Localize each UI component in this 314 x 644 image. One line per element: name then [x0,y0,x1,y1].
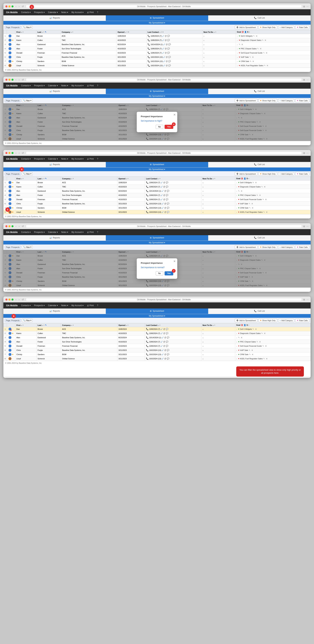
forward-button[interactable]: › [18,78,20,82]
delete-icon[interactable]: ✕ [251,202,253,205]
avatar[interactable]: 👤 [9,344,12,348]
show-high-only-btn-4[interactable]: ★ Show High Only [258,245,277,249]
edit-icon[interactable]: ✎ [264,64,266,67]
star-icon[interactable]: ☆ [12,56,14,58]
tab-calllist-5[interactable]: 📞Call List [208,308,310,314]
back-button[interactable]: ‹ [15,78,17,82]
close-button[interactable] [6,152,8,154]
avatar[interactable]: 👤 [9,190,12,192]
delete-icon[interactable]: ✕ [251,207,254,209]
star-icon[interactable]: ☆ [12,198,14,200]
tab-reports-5[interactable]: 📊Reports [4,308,106,314]
rate-calls-btn-5[interactable]: ★ Rate Calls [295,318,309,322]
edit-icon[interactable]: ✎ [256,194,258,196]
phone-icon[interactable]: 📞 [148,52,150,54]
maximize-button[interactable] [12,79,14,81]
edit-icon[interactable]: ✎ [256,341,258,343]
refresh-button[interactable]: ↺ [21,298,25,301]
star-icon[interactable]: ★ [12,211,14,213]
phone-icon[interactable]: 📞 [148,39,150,41]
avatar[interactable]: 👤 [9,198,12,201]
edit-icon[interactable]: ✎ [238,44,241,46]
edit-icon[interactable]: ✎ [249,56,251,58]
contact-action-2[interactable]: @ [165,39,167,41]
filter-button-4[interactable]: 🔍 Filter ▾ [22,246,33,249]
tab-calllist-3[interactable]: 📞Call List [208,162,310,167]
edit-icon[interactable]: ✎ [249,354,251,356]
add-category-btn-5[interactable]: + Add Category [278,319,294,322]
edit-icon[interactable]: ✎ [252,182,254,184]
avatar[interactable]: 👤 [9,51,12,54]
contact-action-3[interactable]: 💬 [167,52,170,54]
avatar[interactable]: 👤 [9,181,12,184]
refresh-button[interactable]: ↺ [21,5,25,8]
minimize-button[interactable] [9,152,11,154]
edit-icon[interactable]: ✎ [248,202,251,205]
maximize-button[interactable] [12,152,14,154]
maximize-button[interactable] [12,225,14,227]
tab-reports[interactable]: 📊 Reports [4,15,106,21]
delete-icon[interactable]: ✕ [255,328,257,330]
star-icon[interactable]: ★ [12,332,14,334]
delete-icon[interactable]: ✕ [252,56,254,58]
back-button[interactable]: ‹ [15,5,17,8]
avatar[interactable]: 👤 [9,332,12,335]
nav-prospects[interactable]: Prospects ▾ [33,10,46,14]
delete-icon[interactable]: ✕ [266,64,269,67]
delete-icon[interactable]: ✕ [263,186,266,188]
avatar[interactable]: 👤 [9,39,12,42]
avatar[interactable]: 👤 [9,56,12,58]
back-button[interactable]: ‹ [15,298,17,301]
close-button[interactable] [6,298,8,300]
contact-action-3[interactable]: 💬 [167,35,170,37]
back-button[interactable]: ‹ [15,151,17,155]
edit-icon[interactable]: ✎ [263,358,265,360]
contact-action-2[interactable]: @ [165,52,167,54]
phone-icon[interactable]: 📞 [148,64,150,67]
edit-icon[interactable]: ✎ [261,332,263,334]
contact-action-2[interactable]: @ [166,43,168,46]
avatar[interactable]: 👤 [9,357,12,360]
edit-icon[interactable]: ✎ [249,60,252,62]
minimize-button[interactable] [9,6,11,8]
add-category-btn-4[interactable]: + Add Category [278,246,294,249]
address-bar-5[interactable]: OA Mobile - Prospects Spreadsheet - Alan… [26,298,302,301]
star-icon[interactable]: ☆ [12,64,14,67]
avatar[interactable]: 👤 [9,47,12,50]
close-button[interactable] [6,6,8,8]
rate-calls-btn-3[interactable]: ★ Rate Calls [295,172,309,176]
add-category-btn-2[interactable]: + Add Category [278,99,294,102]
add-spreadsheet-btn-3[interactable]: ➕ Add to Spreadsheet [235,172,257,176]
star-icon[interactable]: ☆ [12,194,14,196]
avatar[interactable]: 👤 [9,336,12,339]
filter-button-3[interactable]: 🔍 Filter ▾ [22,172,33,176]
modal-no-button-1[interactable]: No [156,125,163,129]
contact-action-2[interactable]: @ [166,60,168,62]
add-spreadsheet-btn-5[interactable]: ➕ Add to Spreadsheet [235,318,257,322]
phone-icon[interactable]: 📞 [148,35,150,37]
star-icon[interactable]: ☆ [12,358,14,360]
delete-icon[interactable]: ✕ [259,340,261,343]
nav-myaccount[interactable]: My Account ▾ [70,10,85,14]
add-category-button[interactable]: + Add Category [278,26,294,29]
avatar[interactable]: 👤 [9,43,12,46]
filter-button-2[interactable]: 🔍 Filter ▾ [22,99,33,102]
star-icon[interactable]: ☆ [12,43,14,46]
filter-button-5[interactable]: 🔍 Filter ▾ [22,319,33,322]
phone-icon[interactable]: 📞 [148,60,150,62]
delete-icon[interactable]: ✕ [259,194,261,196]
contact-action-2[interactable]: @ [166,56,168,58]
tab-spreadsheet[interactable]: ⊞ Spreadsheet [106,15,208,21]
nav-contacts[interactable]: Contacts ▾ [20,10,32,14]
delete-icon[interactable]: ✕ [265,345,267,347]
contact-action-3[interactable]: 💬 [167,48,170,50]
star-icon[interactable]: ★ [12,181,14,184]
rate-calls-button[interactable]: ★ Rate Calls [295,26,309,29]
star-icon[interactable]: ☆ [12,48,14,50]
contact-action-1[interactable]: 🖊 [163,43,165,46]
contact-action-3[interactable]: 💬 [168,64,171,67]
add-spreadsheet-btn-4[interactable]: ➕ Add to Spreadsheet [235,245,257,249]
delete-icon[interactable]: ✕ [240,190,243,192]
star-icon[interactable]: ☆ [12,345,14,347]
forward-button[interactable]: › [18,5,20,8]
